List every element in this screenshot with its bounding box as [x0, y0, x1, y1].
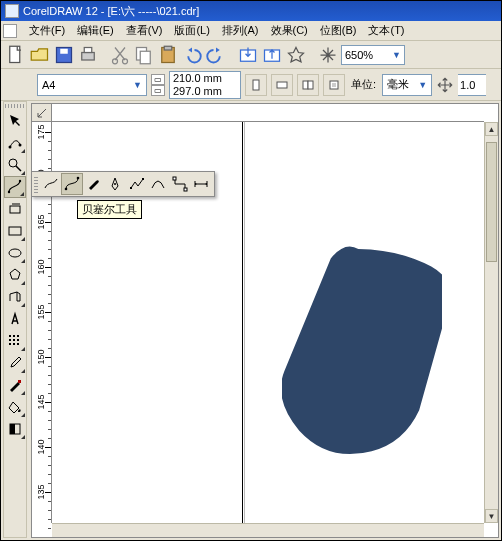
bezier-tool[interactable] — [61, 173, 83, 195]
app-icon — [5, 4, 19, 18]
text-tool[interactable] — [4, 308, 26, 330]
paper-size-select[interactable]: A4 ▼ — [37, 74, 147, 96]
toolbox — [3, 101, 27, 538]
svg-rect-44 — [173, 177, 176, 180]
polyline-tool[interactable] — [126, 173, 148, 195]
svg-rect-34 — [13, 343, 15, 345]
pick-tool[interactable] — [4, 110, 26, 132]
svg-rect-10 — [164, 46, 172, 50]
svg-rect-30 — [9, 339, 11, 341]
horizontal-scrollbar[interactable] — [52, 523, 484, 537]
menu-layout[interactable]: 版面(L) — [168, 21, 215, 40]
svg-rect-13 — [253, 80, 259, 90]
toolbox-grip[interactable] — [5, 104, 25, 108]
portrait-button[interactable] — [245, 74, 267, 96]
artistic-media-tool[interactable] — [83, 173, 105, 195]
svg-point-19 — [9, 146, 12, 149]
import-button[interactable] — [237, 44, 259, 66]
page-width-input: 210.0 mm — [170, 72, 240, 85]
menu-arrange[interactable]: 排列(A) — [216, 21, 265, 40]
flyout-grip[interactable] — [34, 175, 38, 193]
menu-bitmap[interactable]: 位图(B) — [314, 21, 363, 40]
orientation-icons: ▭ ▭ — [151, 74, 165, 96]
rectangle-tool[interactable] — [4, 220, 26, 242]
svg-point-41 — [114, 183, 116, 185]
landscape-button[interactable] — [271, 74, 293, 96]
current-page-button[interactable] — [323, 74, 345, 96]
blend-tool[interactable] — [4, 330, 26, 352]
zoom-level-input[interactable]: 650% ▼ — [341, 45, 405, 65]
new-button[interactable] — [5, 44, 27, 66]
svg-rect-24 — [10, 206, 20, 213]
window-title: CorelDRAW 12 - [E:\六 -----\021.cdr] — [23, 4, 199, 19]
doc-icon[interactable] — [3, 24, 17, 38]
all-pages-button[interactable] — [297, 74, 319, 96]
menu-file[interactable]: 文件(F) — [23, 21, 71, 40]
svg-rect-3 — [82, 52, 95, 60]
svg-point-26 — [9, 249, 21, 257]
basic-shapes-tool[interactable] — [4, 286, 26, 308]
connector-tool[interactable] — [169, 173, 191, 195]
horizontal-ruler[interactable] — [52, 104, 484, 122]
portrait-icon[interactable]: ▭ — [151, 74, 165, 85]
undo-button[interactable] — [181, 44, 203, 66]
open-button[interactable] — [29, 44, 51, 66]
svg-point-40 — [77, 177, 80, 180]
page-dimensions[interactable]: 210.0 mm 297.0 mm — [169, 71, 241, 99]
menu-effects[interactable]: 效果(C) — [265, 21, 314, 40]
drawn-shape[interactable] — [282, 242, 442, 462]
scroll-down-button[interactable]: ▼ — [485, 509, 498, 523]
eyedropper-tool[interactable] — [4, 352, 26, 374]
unit-value: 毫米 — [387, 77, 409, 92]
work-area: 175170165160155150145140135 ▲ ▼ 贝塞尔工具 — [1, 101, 501, 540]
dimension-tool[interactable] — [190, 173, 212, 195]
shape-tool[interactable] — [4, 132, 26, 154]
app-launcher-button[interactable] — [285, 44, 307, 66]
curve-tool[interactable] — [4, 176, 26, 198]
cut-button[interactable] — [109, 44, 131, 66]
svg-point-39 — [65, 188, 68, 191]
vertical-scrollbar[interactable]: ▲ ▼ — [484, 122, 498, 523]
three-point-curve-tool[interactable] — [147, 173, 169, 195]
menu-view[interactable]: 查看(V) — [120, 21, 169, 40]
corel-online-button[interactable] — [317, 44, 339, 66]
paste-button[interactable] — [157, 44, 179, 66]
svg-rect-42 — [130, 187, 132, 189]
menu-edit[interactable]: 编辑(E) — [71, 21, 120, 40]
save-button[interactable] — [53, 44, 75, 66]
scroll-thumb[interactable] — [486, 142, 497, 262]
ruler-origin[interactable] — [32, 104, 52, 122]
page-edge — [242, 122, 243, 523]
svg-rect-14 — [277, 82, 287, 88]
landscape-icon[interactable]: ▭ — [151, 85, 165, 96]
menu-text[interactable]: 文本(T) — [362, 21, 410, 40]
redo-button[interactable] — [205, 44, 227, 66]
ellipse-tool[interactable] — [4, 242, 26, 264]
polygon-tool[interactable] — [4, 264, 26, 286]
interactive-fill-tool[interactable] — [4, 418, 26, 440]
svg-rect-4 — [84, 47, 92, 52]
svg-point-23 — [19, 180, 21, 182]
scroll-up-button[interactable]: ▲ — [485, 122, 498, 136]
smart-draw-tool[interactable] — [4, 198, 26, 220]
unit-label: 单位: — [349, 77, 378, 92]
svg-rect-35 — [17, 343, 19, 345]
zoom-tool[interactable] — [4, 154, 26, 176]
print-button[interactable] — [77, 44, 99, 66]
copy-button[interactable] — [133, 44, 155, 66]
fill-tool[interactable] — [4, 396, 26, 418]
svg-rect-16 — [308, 81, 313, 89]
export-button[interactable] — [261, 44, 283, 66]
curve-flyout-toolbar[interactable] — [31, 171, 215, 197]
svg-rect-31 — [13, 339, 15, 341]
title-bar: CorelDRAW 12 - [E:\六 -----\021.cdr] — [1, 1, 501, 21]
pen-tool[interactable] — [104, 173, 126, 195]
outline-tool[interactable] — [4, 374, 26, 396]
freehand-tool[interactable] — [40, 173, 62, 195]
svg-rect-0 — [10, 46, 20, 62]
nudge-input[interactable]: 1.0 — [458, 74, 486, 96]
unit-select[interactable]: 毫米 ▼ — [382, 74, 432, 96]
svg-point-22 — [8, 191, 10, 193]
svg-point-20 — [19, 144, 22, 147]
chevron-down-icon: ▼ — [392, 50, 401, 60]
